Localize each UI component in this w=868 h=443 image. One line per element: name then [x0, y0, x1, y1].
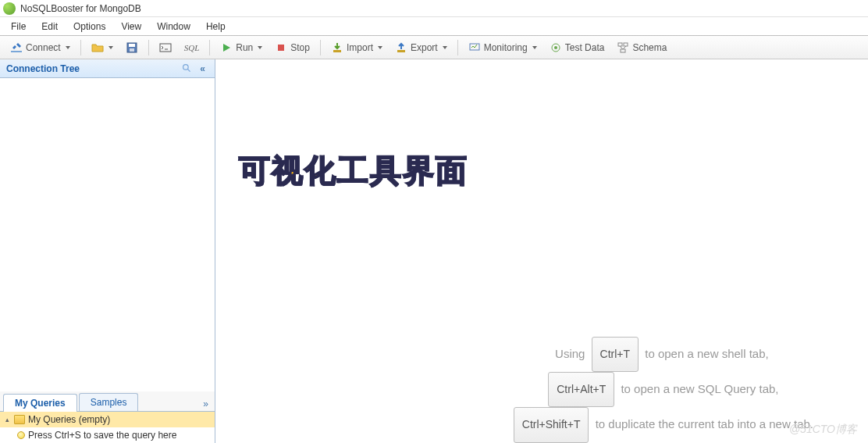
stop-icon: [275, 41, 287, 54]
svg-point-11: [554, 46, 557, 49]
separator: [457, 40, 458, 55]
lightbulb-icon: [17, 431, 25, 439]
sidebar: Connection Tree « My Queries Samples » ▴…: [0, 59, 215, 443]
kbd-ctrl-t: Ctrl+T: [592, 337, 639, 372]
workspace: Connection Tree « My Queries Samples » ▴…: [0, 59, 868, 443]
connection-tree-title: Connection Tree: [6, 63, 80, 74]
plug-icon: [10, 41, 23, 54]
svg-rect-0: [11, 51, 22, 52]
svg-rect-14: [621, 49, 625, 52]
run-button[interactable]: Run: [215, 38, 268, 57]
terminal-icon: [159, 41, 172, 54]
export-button[interactable]: Export: [390, 38, 453, 57]
connection-tree-body: [0, 78, 215, 391]
monitoring-button[interactable]: Monitoring: [463, 38, 542, 57]
open-button[interactable]: [86, 38, 119, 57]
overlay-title: 可视化工具界面: [239, 149, 468, 192]
import-button[interactable]: Import: [326, 38, 388, 57]
my-queries-root[interactable]: ▴ My Queries (empty): [0, 412, 215, 427]
svg-line-16: [623, 46, 626, 49]
titlebar: NoSQLBooster for MongoDB: [0, 0, 868, 17]
save-icon: [126, 41, 138, 54]
connection-tree-header: Connection Tree «: [0, 59, 215, 78]
menu-help[interactable]: Help: [198, 19, 233, 34]
kbd-ctrl-alt-t: Ctrl+Alt+T: [548, 372, 614, 407]
run-label: Run: [236, 42, 253, 53]
my-queries-root-label: My Queries (empty): [28, 414, 110, 425]
app-logo-icon: [3, 2, 16, 15]
export-label: Export: [411, 42, 438, 53]
tab-my-queries[interactable]: My Queries: [3, 394, 77, 412]
window-title: NoSQLBooster for MongoDB: [20, 3, 141, 14]
testdata-icon: [550, 41, 562, 54]
folder-icon: [14, 415, 25, 424]
stop-button[interactable]: Stop: [269, 38, 315, 57]
twisty-icon[interactable]: ▴: [3, 416, 11, 423]
shortcut-hints: Using Ctrl+T to open a new shell tab, Ct…: [510, 337, 813, 443]
separator: [148, 40, 149, 55]
svg-rect-9: [470, 44, 479, 50]
export-icon: [395, 41, 407, 54]
stop-label: Stop: [290, 42, 310, 53]
watermark: @51CTO博客: [789, 423, 857, 437]
caret-icon: [532, 46, 537, 49]
hint-line-3: Ctrl+Shift+T to duplicate the current ta…: [510, 407, 813, 442]
schema-label: Schema: [632, 42, 667, 53]
svg-rect-2: [129, 44, 135, 47]
caret-icon: [378, 46, 382, 49]
svg-rect-8: [397, 50, 405, 52]
play-icon: [220, 41, 233, 54]
my-queries-hint-row: Press Ctrl+S to save the query here: [0, 427, 215, 443]
caret-icon: [443, 46, 447, 49]
caret-icon: [258, 46, 262, 49]
import-icon: [331, 41, 343, 54]
separator: [80, 40, 81, 55]
connect-label: Connect: [26, 42, 61, 53]
svg-point-17: [183, 65, 189, 70]
search-icon[interactable]: [182, 63, 192, 73]
schema-button[interactable]: Schema: [611, 38, 672, 57]
caret-icon: [66, 46, 70, 49]
collapse-icon[interactable]: «: [197, 62, 208, 76]
tab-samples[interactable]: Samples: [79, 393, 139, 411]
main-area: 可视化工具界面 Using Ctrl+T to open a new shell…: [215, 59, 868, 443]
menu-window[interactable]: Window: [149, 19, 198, 34]
svg-line-15: [620, 46, 623, 49]
monitoring-label: Monitoring: [484, 42, 528, 53]
svg-rect-3: [130, 48, 134, 52]
sql-button[interactable]: SQL: [179, 38, 205, 57]
sidebar-tabs: My Queries Samples »: [0, 391, 215, 412]
svg-rect-12: [618, 43, 622, 46]
my-queries-tree: ▴ My Queries (empty) Press Ctrl+S to sav…: [0, 412, 215, 443]
menubar: File Edit Options View Window Help: [0, 17, 868, 36]
svg-rect-7: [333, 50, 341, 52]
my-queries-hint: Press Ctrl+S to save the query here: [28, 430, 176, 441]
svg-rect-6: [278, 45, 284, 51]
menu-edit[interactable]: Edit: [34, 19, 66, 34]
hint-line-1: Using Ctrl+T to open a new shell tab,: [510, 337, 813, 372]
menu-file[interactable]: File: [3, 19, 34, 34]
svg-rect-13: [624, 43, 628, 46]
schema-icon: [617, 41, 629, 54]
monitor-icon: [468, 41, 481, 54]
separator: [320, 40, 321, 55]
separator: [209, 40, 210, 55]
connect-button[interactable]: Connect: [5, 38, 76, 57]
testdata-label: Test Data: [565, 42, 605, 53]
kbd-ctrl-shift-t: Ctrl+Shift+T: [514, 407, 589, 442]
shell-button[interactable]: [154, 38, 177, 57]
import-label: Import: [347, 42, 373, 53]
folder-open-icon: [91, 41, 104, 54]
tabs-expand-icon[interactable]: »: [200, 397, 212, 411]
caret-icon: [108, 46, 113, 49]
svg-rect-4: [160, 44, 171, 52]
menu-options[interactable]: Options: [66, 19, 113, 34]
save-button[interactable]: [120, 38, 144, 57]
svg-line-18: [188, 69, 190, 71]
testdata-button[interactable]: Test Data: [544, 38, 610, 57]
hint-line-2: Ctrl+Alt+T to open a new SQL Query tab,: [510, 372, 813, 407]
menu-view[interactable]: View: [113, 19, 149, 34]
sql-label: SQL: [184, 43, 200, 52]
toolbar: Connect SQL Run Stop Import Export Monit…: [0, 36, 868, 59]
